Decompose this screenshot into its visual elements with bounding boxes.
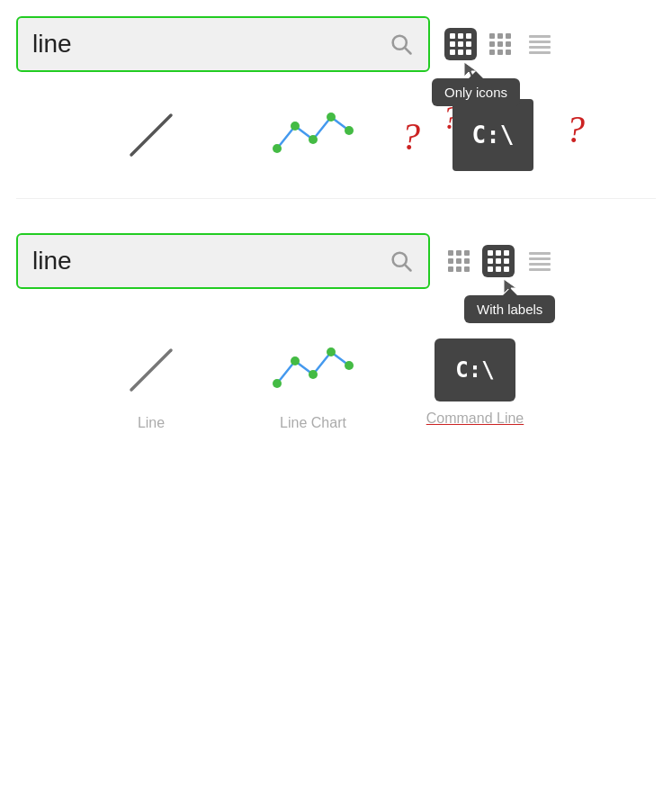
with-labels-btn-wrapper: With labels bbox=[482, 245, 515, 277]
list-icon-2 bbox=[527, 248, 552, 274]
line-chart-icon-2 bbox=[268, 334, 358, 406]
section-2: With labels Line bbox=[0, 217, 672, 458]
search-icon-2 bbox=[389, 248, 414, 274]
view-options-2: With labels bbox=[444, 245, 556, 277]
svg-point-25 bbox=[345, 361, 354, 370]
linechart-label: Line Chart bbox=[280, 415, 346, 431]
icon-cell-line-2[interactable]: Line bbox=[70, 334, 232, 431]
search-input-1[interactable] bbox=[32, 30, 389, 59]
icons-grid-1: ? ? C:\ ? bbox=[16, 99, 656, 171]
tooltip-with-labels: With labels bbox=[464, 295, 555, 323]
question-left-1: ? bbox=[401, 115, 420, 158]
icon-cell-linechart-1[interactable] bbox=[232, 99, 394, 171]
tooltip-only-icons: Only icons bbox=[432, 78, 520, 106]
svg-rect-6 bbox=[529, 51, 551, 54]
svg-point-12 bbox=[345, 126, 354, 135]
grid-icon-dense bbox=[450, 33, 471, 55]
svg-point-9 bbox=[291, 122, 300, 131]
view-options-1: Only icons bbox=[444, 28, 556, 60]
list-icon-1 bbox=[527, 32, 552, 57]
icon-cell-linechart-2[interactable]: Line Chart bbox=[232, 334, 394, 431]
question-right-1: ? bbox=[566, 108, 585, 151]
svg-rect-3 bbox=[529, 35, 551, 38]
search-icon-1 bbox=[389, 32, 414, 57]
with-labels-btn-2[interactable] bbox=[482, 245, 515, 277]
svg-point-8 bbox=[273, 144, 282, 153]
line-icon-1 bbox=[115, 99, 187, 171]
search-input-2[interactable] bbox=[32, 247, 389, 275]
icon-cell-cmd-2[interactable]: C:\ Command Line bbox=[394, 338, 556, 427]
line-label: Line bbox=[138, 415, 165, 431]
search-row-1: Only icons bbox=[16, 16, 656, 72]
icons-grid-2: Line Line Chart C:\ Command Line bbox=[16, 334, 656, 431]
section-divider bbox=[16, 198, 656, 199]
search-box-2[interactable] bbox=[16, 233, 430, 289]
svg-point-23 bbox=[309, 370, 318, 379]
grid-icon-medium bbox=[489, 33, 511, 55]
grid-icon-dense-2 bbox=[448, 250, 470, 272]
svg-rect-19 bbox=[529, 268, 551, 271]
svg-line-14 bbox=[405, 265, 410, 270]
svg-point-11 bbox=[327, 113, 336, 122]
svg-point-21 bbox=[273, 379, 282, 388]
line-chart-icon-1 bbox=[268, 99, 358, 171]
svg-point-10 bbox=[309, 135, 318, 144]
icons-only-btn[interactable] bbox=[444, 28, 477, 60]
svg-rect-16 bbox=[529, 252, 551, 255]
cmd-box-1: C:\ bbox=[452, 99, 533, 171]
list-view-btn-2[interactable] bbox=[524, 245, 556, 277]
section-1: Only icons bbox=[0, 0, 672, 198]
line-icon-2 bbox=[115, 334, 187, 406]
svg-line-20 bbox=[131, 350, 171, 390]
cmd-label: Command Line bbox=[426, 411, 524, 427]
svg-line-7 bbox=[131, 115, 171, 155]
grid-icon-medium-2 bbox=[488, 250, 509, 272]
list-view-btn-1[interactable] bbox=[524, 28, 556, 60]
svg-line-1 bbox=[405, 48, 410, 53]
svg-rect-18 bbox=[529, 263, 551, 266]
svg-rect-17 bbox=[529, 257, 551, 260]
search-box-1[interactable] bbox=[16, 16, 430, 72]
icons-only-btn-2[interactable] bbox=[444, 247, 473, 275]
with-labels-btn-1[interactable] bbox=[486, 30, 515, 59]
icon-cell-line-1[interactable] bbox=[70, 99, 232, 171]
search-row-2: With labels bbox=[16, 233, 656, 289]
svg-point-24 bbox=[327, 347, 336, 356]
cmd-box-2: C:\ bbox=[435, 338, 515, 401]
icon-cell-mystery-1[interactable]: ? ? C:\ ? bbox=[394, 99, 592, 171]
svg-rect-4 bbox=[529, 41, 551, 43]
icons-only-btn-wrapper: Only icons bbox=[444, 28, 477, 60]
svg-rect-5 bbox=[529, 46, 551, 49]
svg-point-22 bbox=[291, 356, 300, 365]
